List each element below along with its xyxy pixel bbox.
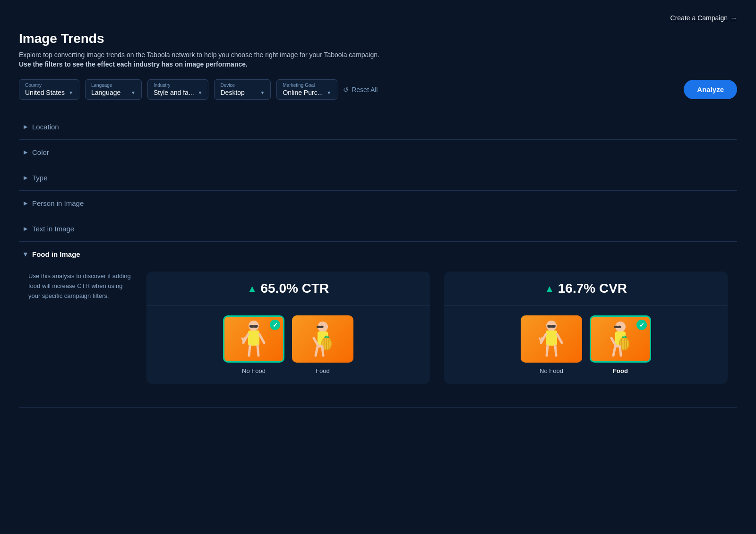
ctr-card: ▲ 65.0% CTR ✓ bbox=[146, 271, 430, 384]
ctr-no-food-label: No Food bbox=[242, 367, 266, 374]
ctr-header: ▲ 65.0% CTR bbox=[146, 271, 430, 306]
ctr-food-item: Food bbox=[292, 315, 353, 374]
cvr-no-food-image bbox=[521, 315, 582, 363]
accordion-section-location: ▶ Location bbox=[19, 114, 737, 139]
accordion-header-color[interactable]: ▶ Color bbox=[19, 140, 737, 165]
country-select[interactable]: United States ▼ bbox=[25, 89, 73, 96]
language-value: Language bbox=[91, 89, 120, 96]
accordion-section-text: ▶ Text in Image bbox=[19, 216, 737, 241]
country-filter[interactable]: Country United States ▼ bbox=[19, 79, 79, 100]
industry-label: Industry bbox=[154, 83, 203, 88]
create-campaign-link[interactable]: Create a Campaign → bbox=[670, 14, 737, 22]
svg-line-44 bbox=[611, 338, 615, 345]
ctr-value: ▲ 65.0% CTR bbox=[156, 281, 421, 296]
chevron-down-icon: ▼ bbox=[69, 90, 73, 95]
industry-value: Style and fa... bbox=[154, 89, 194, 96]
device-select[interactable]: Desktop ▼ bbox=[220, 89, 265, 96]
up-arrow-icon: ▲ bbox=[248, 283, 257, 294]
check-badge-icon: ✓ bbox=[636, 320, 647, 330]
accordion-section-person: ▶ Person in Image bbox=[19, 190, 737, 216]
chevron-right-icon: ▶ bbox=[24, 175, 27, 181]
svg-line-21 bbox=[322, 347, 323, 356]
ctr-food-image bbox=[292, 315, 353, 363]
country-value: United States bbox=[25, 89, 65, 96]
svg-line-35 bbox=[541, 338, 542, 342]
analyze-button[interactable]: Analyze bbox=[684, 80, 737, 99]
country-label: Country bbox=[25, 83, 73, 88]
accordion-section-color: ▶ Color bbox=[19, 139, 737, 165]
svg-line-10 bbox=[243, 338, 244, 342]
chevron-down-icon: ▼ bbox=[326, 90, 331, 95]
industry-filter[interactable]: Industry Style and fa... ▼ bbox=[147, 79, 209, 100]
cvr-food-label: Food bbox=[613, 367, 628, 374]
svg-point-23 bbox=[317, 326, 320, 328]
create-campaign-label: Create a Campaign bbox=[670, 14, 728, 22]
food-description: Use this analysis to discover if adding … bbox=[28, 271, 132, 301]
accordion: ▶ Location ▶ Color ▶ Type ▶ Person in Im… bbox=[19, 114, 737, 398]
accordion-header-location[interactable]: ▶ Location bbox=[19, 114, 737, 139]
section-label-text: Text in Image bbox=[32, 225, 74, 233]
svg-point-29 bbox=[551, 325, 556, 328]
svg-point-28 bbox=[547, 325, 551, 328]
svg-line-19 bbox=[314, 338, 318, 345]
check-badge-icon: ✓ bbox=[270, 320, 280, 330]
svg-point-24 bbox=[320, 326, 324, 328]
accordion-section-type: ▶ Type bbox=[19, 165, 737, 190]
cvr-value: ▲ 16.7% CVR bbox=[454, 281, 718, 296]
svg-line-46 bbox=[620, 347, 621, 356]
svg-rect-26 bbox=[546, 331, 557, 346]
accordion-section-food: ▶ Food in Image Use this analysis to dis… bbox=[19, 241, 737, 398]
marketing-goal-value: Online Purc... bbox=[283, 89, 323, 96]
cvr-images: No Food ✓ bbox=[444, 306, 728, 384]
device-filter[interactable]: Device Desktop ▼ bbox=[214, 79, 271, 100]
cvr-no-food-label: No Food bbox=[540, 367, 563, 374]
section-label-food: Food in Image bbox=[32, 250, 80, 258]
accordion-header-type[interactable]: ▶ Type bbox=[19, 165, 737, 190]
svg-line-7 bbox=[249, 346, 250, 356]
page-subtitle: Explore top converting image trends on t… bbox=[19, 51, 737, 59]
cvr-card: ▲ 16.7% CVR bbox=[444, 271, 728, 384]
marketing-goal-select[interactable]: Online Purc... ▼ bbox=[283, 89, 331, 96]
section-label-location: Location bbox=[32, 123, 59, 131]
svg-rect-1 bbox=[248, 331, 259, 346]
accordion-header-food[interactable]: ▶ Food in Image bbox=[19, 242, 737, 267]
chevron-down-icon: ▼ bbox=[198, 90, 203, 95]
chevron-right-icon: ▶ bbox=[24, 226, 27, 232]
person-no-food-cvr-svg bbox=[537, 320, 566, 358]
svg-line-31 bbox=[557, 334, 562, 343]
marketing-goal-label: Marketing Goal bbox=[283, 83, 331, 88]
industry-select[interactable]: Style and fa... ▼ bbox=[154, 89, 203, 96]
svg-point-3 bbox=[249, 325, 254, 328]
accordion-header-text[interactable]: ▶ Text in Image bbox=[19, 216, 737, 241]
svg-line-20 bbox=[316, 347, 318, 356]
reset-label: Reset All bbox=[352, 86, 378, 93]
cvr-no-food-item: No Food bbox=[521, 315, 582, 374]
cvr-food-image: ✓ bbox=[590, 315, 651, 363]
page-subtitle-bold: Use the filters to see the effect each i… bbox=[19, 60, 737, 68]
up-arrow-icon: ▲ bbox=[545, 283, 554, 294]
marketing-goal-filter[interactable]: Marketing Goal Online Purc... ▼ bbox=[276, 79, 337, 100]
language-filter[interactable]: Language Language ▼ bbox=[85, 79, 142, 100]
chevron-right-icon: ▶ bbox=[24, 149, 27, 155]
cvr-food-item: ✓ bbox=[590, 315, 651, 374]
filters-row: Country United States ▼ Language Languag… bbox=[19, 79, 737, 100]
chevron-down-icon: ▼ bbox=[131, 90, 136, 95]
ctr-food-label: Food bbox=[316, 367, 330, 374]
reset-all-button[interactable]: ↺ Reset All bbox=[343, 86, 378, 93]
svg-point-48 bbox=[614, 326, 618, 328]
device-value: Desktop bbox=[220, 89, 244, 96]
top-bar: Create a Campaign → bbox=[19, 14, 737, 22]
arrow-icon: → bbox=[730, 14, 737, 22]
ctr-no-food-image: ✓ bbox=[223, 315, 284, 363]
svg-point-4 bbox=[254, 325, 258, 328]
accordion-header-person[interactable]: ▶ Person in Image bbox=[19, 191, 737, 216]
svg-line-32 bbox=[547, 346, 548, 356]
pineapple-cvr-svg bbox=[608, 320, 634, 358]
page-title: Image Trends bbox=[19, 31, 737, 46]
svg-point-49 bbox=[618, 326, 621, 328]
bottom-divider bbox=[19, 407, 737, 408]
language-select[interactable]: Language ▼ bbox=[91, 89, 136, 96]
section-label-color: Color bbox=[32, 148, 49, 156]
food-section-body: Use this analysis to discover if adding … bbox=[28, 271, 728, 384]
reset-icon: ↺ bbox=[343, 86, 349, 93]
